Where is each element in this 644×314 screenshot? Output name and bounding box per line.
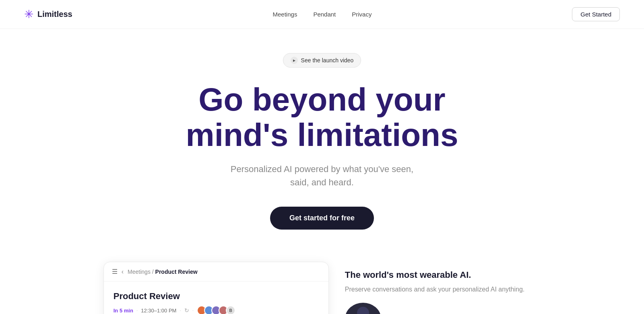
right-panel-title: The world's most wearable AI. [345,270,471,280]
hamburger-icon[interactable]: ☰ [112,268,118,275]
meeting-time-range: 12:30–1:00 PM [141,308,176,314]
app-card-body: Product Review In 5 min · 12:30–1:00 PM … [104,281,328,314]
hero-subtitle: Personalized AI powered by what you've s… [221,162,423,189]
logo-text: Limitless [37,10,72,19]
hero-cta-button[interactable]: Get started for free [270,207,374,230]
app-card: ☰ ‹ Meetings / Product Review Product Re… [103,262,329,314]
play-icon: ▶ [291,57,298,64]
nav-pendant[interactable]: Pendant [313,11,336,18]
navbar: ✳ Limitless Meetings Pendant Privacy Get… [0,0,644,29]
attendee-avatars: B [197,306,235,314]
preview-section: ☰ ‹ Meetings / Product Review Product Re… [0,262,644,314]
launch-video-label: See the launch video [301,57,354,64]
meta-dot-3: · [192,308,194,313]
back-icon[interactable]: ‹ [122,268,124,275]
nav-links: Meetings Pendant Privacy [273,11,372,18]
meeting-meta: In 5 min · 12:30–1:00 PM · ↻ · B [114,306,319,314]
nav-privacy[interactable]: Privacy [352,11,372,18]
meeting-time-in: In 5 min [114,308,133,314]
avatar-count: B [226,306,235,314]
logo[interactable]: ✳ Limitless [24,8,72,21]
right-panel-description: Preserve conversations and ask your pers… [345,284,524,295]
wearable-device-image [345,303,381,314]
nav-meetings[interactable]: Meetings [273,11,297,18]
breadcrumb-separator: / [152,269,155,275]
launch-video-button[interactable]: ▶ See the launch video [283,53,361,68]
breadcrumb-current: Product Review [155,269,198,275]
hero-section: ▶ See the launch video Go beyond your mi… [0,29,644,262]
sync-icon: ↻ [184,307,189,314]
meta-dot-1: · [136,308,138,313]
hero-title: Go beyond your mind's limitations [186,82,458,153]
meeting-title: Product Review [114,291,319,302]
right-panel: The world's most wearable AI. Preserve c… [329,262,541,314]
breadcrumb: Meetings / Product Review [128,269,198,275]
breadcrumb-parent: Meetings [128,269,151,275]
get-started-button[interactable]: Get Started [572,7,620,21]
logo-icon: ✳ [24,8,33,21]
meta-dot-2: · [180,308,181,313]
app-topbar: ☰ ‹ Meetings / Product Review [104,262,328,281]
